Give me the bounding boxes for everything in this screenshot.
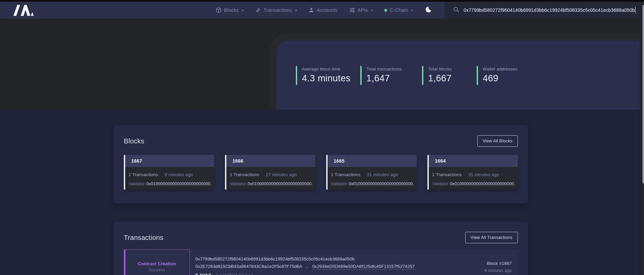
sliders-icon <box>349 7 355 13</box>
stat-value: 4.3 minutes <box>302 73 351 84</box>
search-bar: 0x7799bd580272f9604140b6991d3bb6c19924bf… <box>444 2 644 19</box>
block-tx-count: 1 Transactions <box>432 172 461 177</box>
stat-accent-bar <box>422 66 423 85</box>
scrollbar[interactable] <box>640 2 644 275</box>
main-content: Blocks View All Blocks 1667 1 Transactio… <box>0 110 644 275</box>
tx-status-badge: Success <box>124 268 190 272</box>
chevron-down-icon: ▾ <box>411 8 413 12</box>
nav-blocks[interactable]: Blocks ▾ <box>216 7 244 13</box>
nav-apis[interactable]: APIs ▾ <box>349 7 373 13</box>
person-icon <box>308 7 314 13</box>
block-accent-bar <box>225 155 226 190</box>
moon-icon <box>424 6 432 15</box>
tx-status-box: Contract Creation Success <box>124 249 190 275</box>
swap-arrows-icon <box>255 7 261 13</box>
nav-transactions[interactable]: Transactions ▾ <box>255 7 297 13</box>
main-nav: Blocks ▾ Transactions ▾ <box>216 6 444 15</box>
stat-total-blocks: Total blocks 1,667 <box>422 66 477 85</box>
block-card[interactable]: 1666 1 Transactions 27 minutes ago Valid… <box>225 155 315 190</box>
tx-block-link[interactable]: Block #1667 <box>457 261 512 266</box>
chevron-down-icon: ▾ <box>295 8 297 12</box>
nav-chain-selector[interactable]: C-Chain ▾ <box>384 7 413 13</box>
validator-label: Validator <box>129 182 145 186</box>
tx-hash: 0x7799bd580272f9604140b6991d3bb6c19924bf… <box>195 256 457 262</box>
block-number: 1665 <box>334 158 344 164</box>
transactions-section: Transactions View All Transactions Contr… <box>114 222 528 275</box>
scrollbar-thumb[interactable] <box>643 5 644 183</box>
tx-from-address: 0x2E7263d815CbB43a9647843C8a1e2F5c87F75d… <box>195 264 302 269</box>
cube-icon <box>216 7 222 13</box>
block-accent-bar <box>427 155 429 190</box>
view-all-blocks-button[interactable]: View All Blocks <box>477 135 518 147</box>
window-top-strip <box>0 0 644 2</box>
validator-address: 0x0100000000000000000000000... <box>248 182 313 186</box>
stats-row: Average block time 4.3 minutes Total tra… <box>296 66 517 85</box>
stats-panel: Average block time 4.3 minutes Total tra… <box>277 40 644 110</box>
stat-accent-bar <box>477 66 478 85</box>
tx-amount: 0 AVAX <box>195 273 211 275</box>
transaction-row[interactable]: Contract Creation Success 0x7799bd580272… <box>124 249 518 275</box>
block-card[interactable]: 1664 1 Transactions 31 minutes ago Valid… <box>427 155 518 190</box>
ava-logo[interactable] <box>13 4 34 16</box>
stat-label: Average block time <box>302 66 351 72</box>
block-card[interactable]: 1665 1 Transactions 31 minutes ago Valid… <box>326 155 417 190</box>
stat-label: Total blocks <box>428 66 452 72</box>
stat-accent-bar <box>296 66 297 85</box>
block-number: 1667 <box>131 158 142 164</box>
blocks-section: Blocks View All Blocks 1667 1 Transactio… <box>114 125 528 203</box>
stat-wallet-addresses: Wallet addresses 469 <box>477 66 517 85</box>
chevron-down-icon: ▾ <box>242 8 244 12</box>
nav-chain-label: C-Chain <box>390 7 408 13</box>
stat-value: 469 <box>483 73 517 84</box>
tx-details: 0x7799bd580272f9604140b6991d3bb6c19924bf… <box>190 249 457 275</box>
tx-type: Contract Creation <box>124 261 190 266</box>
navbar: Blocks ▾ Transactions ▾ <box>0 2 644 19</box>
stat-accent-bar <box>360 66 362 85</box>
block-cards-row: 1667 1 Transactions 9 minutes ago Valida… <box>114 155 528 190</box>
chain-status-dot <box>384 9 387 12</box>
block-time: 31 minutes ago <box>367 172 398 177</box>
stat-label: Wallet addresses <box>483 66 517 72</box>
block-time: 31 minutes ago <box>468 172 499 177</box>
arrow-right-icon: → <box>305 264 309 269</box>
nav-transactions-label: Transactions <box>263 7 292 13</box>
view-all-transactions-button[interactable]: View All Transactions <box>465 232 518 243</box>
block-number: 1664 <box>435 158 446 164</box>
nav-accounts[interactable]: Accounts <box>308 7 337 13</box>
stat-label: Total transactions <box>366 66 402 72</box>
theme-toggle[interactable] <box>424 6 432 15</box>
block-number: 1666 <box>232 158 243 164</box>
chevron-down-icon: ▾ <box>371 8 373 12</box>
blocks-title: Blocks <box>124 137 144 145</box>
tx-time: 9 minutes ago <box>457 268 512 273</box>
validator-label: Validator <box>331 182 347 186</box>
tx-fee: 1.1718604 TX Fee <box>216 273 253 275</box>
block-tx-count: 1 Transactions <box>129 172 158 177</box>
block-card[interactable]: 1667 1 Transactions 9 minutes ago Valida… <box>124 155 214 190</box>
block-accent-bar <box>326 155 328 190</box>
nav-apis-label: APIs <box>358 7 368 13</box>
block-tx-count: 1 Transactions <box>230 172 259 177</box>
tx-status-accent-bar <box>124 249 125 275</box>
avalanche-explorer-page: Blocks ▾ Transactions ▾ <box>0 0 644 275</box>
validator-address: 0x0100000000000000000000000... <box>349 182 414 186</box>
validator-label: Validator <box>432 182 448 186</box>
stat-value: 1,647 <box>366 73 402 84</box>
transactions-title: Transactions <box>124 234 163 242</box>
tx-to-address-link[interactable]: 0x2938eD5D869e50DA6f125dfc45F13157f52742… <box>312 264 415 270</box>
validator-label: Validator <box>230 182 246 186</box>
text-caret <box>635 7 636 13</box>
stat-total-transactions: Total transactions 1,647 <box>360 66 422 85</box>
validator-address: 0x0100000000000000000000000... <box>146 182 212 186</box>
ava-logo-icon <box>13 4 34 16</box>
search-icon <box>453 6 459 14</box>
block-time: 9 minutes ago <box>165 172 193 177</box>
search-input[interactable]: 0x7799bd580272f9604140b6991d3bb6c19924bf… <box>464 7 644 13</box>
search-value: 0x7799bd580272f9604140b6991d3bb6c19924bf… <box>464 7 635 13</box>
hero: Average block time 4.3 minutes Total tra… <box>0 19 644 110</box>
block-accent-bar <box>124 155 125 190</box>
block-time: 27 minutes ago <box>266 172 297 177</box>
stat-average-block-time: Average block time 4.3 minutes <box>296 66 360 85</box>
block-tx-count: 1 Transactions <box>331 172 360 177</box>
nav-accounts-label: Accounts <box>317 7 337 13</box>
